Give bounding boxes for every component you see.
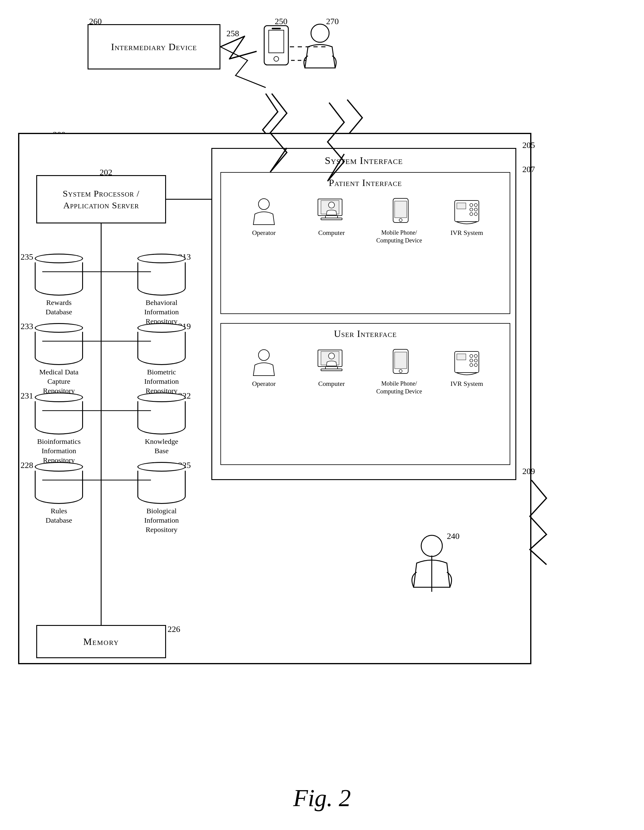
medical-db-cylinder: Medical DataCaptureRepository <box>30 323 87 396</box>
svg-rect-51 <box>395 352 407 369</box>
system-processor-box: System Processor /Application Server <box>36 175 166 223</box>
biometric-db-cylinder: BiometricInformationRepository <box>133 323 190 396</box>
patient-mobile-item: Mobile Phone/Computing Device <box>370 198 428 244</box>
user-operator-icon <box>252 348 276 377</box>
user-operator-label: Operator <box>252 380 276 388</box>
ref-209: 209 <box>522 466 535 476</box>
cylinder-body <box>35 471 83 504</box>
svg-rect-31 <box>321 218 342 220</box>
cylinder-top <box>138 323 186 333</box>
memory-label: Memory <box>83 636 119 647</box>
knowledge-db-label: KnowledgeBase <box>133 437 190 456</box>
patient-computer-item: Computer <box>303 198 360 237</box>
bioinformatics-db-label: BioinformaticsInformationRepository <box>30 437 87 465</box>
ref-258: 258 <box>226 29 239 38</box>
svg-point-27 <box>258 199 269 209</box>
cylinder-top <box>138 462 186 472</box>
intermediary-device-box: Intermediary Device <box>87 24 220 70</box>
svg-rect-37 <box>457 203 466 209</box>
svg-point-26 <box>311 24 329 42</box>
rules-db-cylinder: RulesDatabase <box>30 462 87 525</box>
user-computer-item: Computer <box>303 348 360 388</box>
mobile-phone-icon <box>263 24 290 67</box>
user-interface-box: User Interface Operator <box>220 323 510 465</box>
patient-mobile-label: Mobile Phone/Computing Device <box>376 228 422 244</box>
cylinder-top <box>35 323 83 333</box>
ref-205: 205 <box>522 140 535 150</box>
system-interface-title: System Interface <box>212 155 515 166</box>
svg-point-49 <box>329 353 334 359</box>
rewards-db-cylinder: RewardsDatabase <box>30 253 87 317</box>
user-computer-label: Computer <box>318 380 345 388</box>
svg-point-32 <box>329 202 334 208</box>
patient-interface-box: Patient Interface Operator <box>220 172 510 314</box>
ref-207: 207 <box>522 165 535 174</box>
biological-db-cylinder: BiologicalInformationRepository <box>133 462 190 535</box>
user-mobile-label: Mobile Phone/Computing Device <box>376 380 422 395</box>
cylinder-body <box>138 332 186 365</box>
patient-operator-icon <box>252 198 276 226</box>
diagram: 260 Intermediary Device 258 250 270 200 … <box>0 0 644 830</box>
patient-mobile-icon <box>387 198 411 226</box>
svg-rect-30 <box>326 215 337 218</box>
svg-rect-47 <box>326 366 337 369</box>
rules-db-label: RulesDatabase <box>30 506 87 525</box>
patient-interface-title: Patient Interface <box>221 177 510 188</box>
bioinformatics-db-cylinder: BioinformaticsInformationRepository <box>30 393 87 465</box>
cylinder-body <box>138 401 186 434</box>
medical-db-label: Medical DataCaptureRepository <box>30 367 87 396</box>
svg-point-44 <box>258 350 269 361</box>
user-computer-icon <box>316 348 347 377</box>
biological-db-label: BiologicalInformationRepository <box>133 506 190 535</box>
user-mobile-item: Mobile Phone/Computing Device <box>370 348 428 395</box>
user-interface-title: User Interface <box>221 328 510 339</box>
user-ivr-label: IVR System <box>451 380 483 388</box>
svg-rect-25 <box>272 28 281 29</box>
user-ivr-icon <box>453 348 480 377</box>
user-icons-row: Operator Computer <box>221 342 510 401</box>
svg-rect-54 <box>457 354 466 360</box>
user-ivr-item: IVR System <box>438 348 495 388</box>
person-270-icon <box>302 23 338 71</box>
user-operator-item: Operator <box>235 348 293 388</box>
patient-operator-label: Operator <box>252 228 276 237</box>
svg-rect-22 <box>264 26 288 65</box>
ref-226: 226 <box>168 624 180 634</box>
cylinder-top <box>138 393 186 402</box>
cylinder-body <box>35 401 83 434</box>
patient-computer-icon <box>316 198 347 226</box>
cylinder-top <box>35 462 83 472</box>
processor-label: System Processor /Application Server <box>63 187 139 211</box>
person-240-icon <box>411 534 453 589</box>
svg-rect-34 <box>395 201 407 218</box>
patient-computer-label: Computer <box>318 228 345 237</box>
patient-icons-row: Operator Computer <box>221 192 510 250</box>
cylinder-body <box>138 471 186 504</box>
cylinder-top <box>138 253 186 263</box>
svg-rect-48 <box>321 369 342 371</box>
behavioral-db-cylinder: BehavioralInformationRepository <box>133 253 190 326</box>
patient-operator-item: Operator <box>235 198 293 237</box>
knowledge-db-cylinder: KnowledgeBase <box>133 393 190 456</box>
patient-ivr-label: IVR System <box>451 228 483 237</box>
patient-ivr-item: IVR System <box>438 198 495 237</box>
cylinder-body <box>35 332 83 365</box>
cylinder-top <box>35 393 83 402</box>
rewards-db-label: RewardsDatabase <box>30 298 87 317</box>
user-mobile-icon <box>387 348 411 377</box>
patient-ivr-icon <box>453 198 480 226</box>
memory-box: Memory <box>36 625 166 658</box>
figure-label: Fig. 2 <box>293 784 351 812</box>
cylinder-body <box>35 262 83 296</box>
cylinder-body <box>138 262 186 296</box>
intermediary-label: Intermediary Device <box>111 41 197 52</box>
svg-point-61 <box>421 535 442 556</box>
cylinder-top <box>35 253 83 263</box>
